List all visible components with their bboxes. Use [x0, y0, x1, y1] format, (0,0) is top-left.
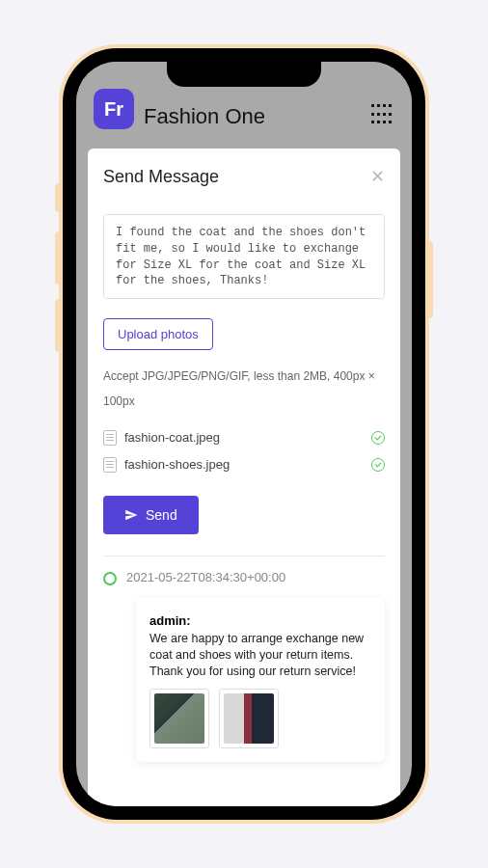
file-name: fashion-coat.jpeg	[124, 430, 220, 445]
reply-card: admin: We are happy to arrange exchange …	[136, 598, 385, 763]
reply-body: We are happy to arrange exchange new coa…	[149, 631, 371, 680]
phone-frame: Fr Fashion One Send Message ✕ Upload pho…	[63, 48, 425, 820]
timeline-dot-icon	[103, 572, 117, 585]
reply-author: admin:	[149, 613, 191, 628]
upload-photos-button[interactable]: Upload photos	[103, 318, 213, 350]
file-icon	[103, 430, 117, 446]
upload-hint: Accept JPG/JPEG/PNG/GIF, less than 2MB, …	[103, 364, 385, 415]
screen: Fr Fashion One Send Message ✕ Upload pho…	[76, 62, 412, 806]
file-row[interactable]: fashion-coat.jpeg	[103, 424, 385, 451]
send-button[interactable]: Send	[103, 496, 199, 534]
divider	[103, 556, 385, 556]
file-name: fashion-shoes.jpeg	[124, 457, 230, 472]
app-title: Fashion One	[144, 104, 362, 129]
check-circle-icon	[371, 458, 385, 472]
send-button-label: Send	[146, 507, 177, 523]
timeline: 2021-05-22T08:34:30+00:00 admin: We are …	[103, 570, 385, 763]
send-message-modal: Send Message ✕ Upload photos Accept JPG/…	[88, 149, 400, 806]
reply-thumbnail[interactable]	[219, 689, 279, 748]
menu-icon[interactable]	[371, 104, 394, 123]
modal-title: Send Message	[103, 167, 219, 187]
check-circle-icon	[371, 431, 385, 445]
message-textarea[interactable]	[103, 214, 385, 299]
app-logo[interactable]: Fr	[94, 89, 134, 129]
paper-plane-icon	[124, 508, 138, 522]
timeline-timestamp: 2021-05-22T08:34:30+00:00	[126, 570, 385, 584]
file-row[interactable]: fashion-shoes.jpeg	[103, 451, 385, 478]
close-icon[interactable]: ✕	[370, 166, 385, 187]
file-icon	[103, 457, 117, 473]
reply-thumbnail[interactable]	[149, 689, 209, 748]
